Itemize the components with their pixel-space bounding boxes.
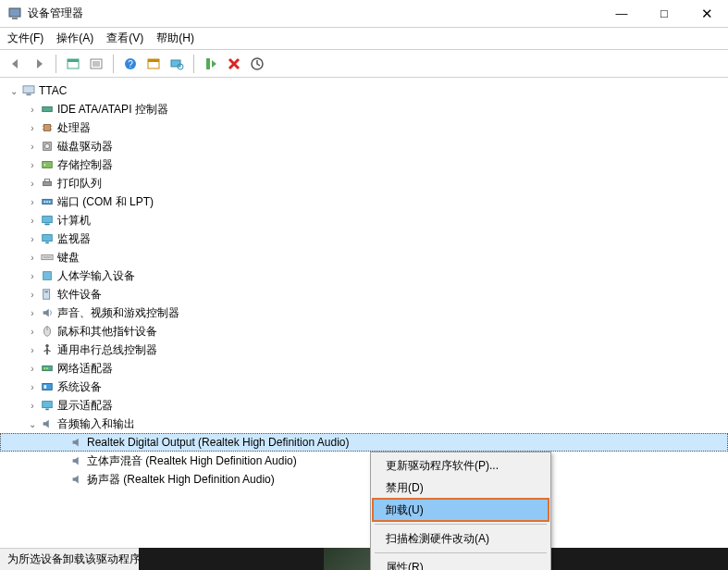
scan-hardware-button[interactable] [167,54,187,74]
window-controls: — □ ✕ [600,0,728,27]
window-title: 设备管理器 [28,6,600,21]
category-node[interactable]: ›监视器 [0,229,728,248]
svg-rect-34 [43,217,53,223]
svg-rect-3 [68,59,79,62]
svg-rect-28 [43,181,52,185]
close-button[interactable]: ✕ [685,0,728,27]
ctx-separator [375,524,547,525]
category-node[interactable]: ›磁盘驱动器 [0,137,728,155]
expander-icon[interactable]: ⌄ [26,419,39,429]
category-node[interactable]: ›鼠标和其他指针设备 [0,322,728,341]
toolbar: ? [0,50,728,78]
device-label: 立体声混音 (Realtek High Definition Audio) [87,453,297,469]
category-node[interactable]: ›处理器 [0,118,728,137]
ctx-properties[interactable]: 属性(R) [373,556,549,570]
category-node[interactable]: ›端口 (COM 和 LPT) [0,192,728,211]
menu-file[interactable]: 文件(F) [7,31,43,46]
expander-icon[interactable]: › [26,382,39,392]
cpu-icon [39,121,56,134]
ctx-scan-hardware[interactable]: 扫描检测硬件改动(A) [373,527,549,550]
expander-icon[interactable]: › [26,142,39,152]
expander-icon[interactable]: › [26,234,39,244]
ctx-disable[interactable]: 禁用(D) [373,477,549,499]
expander-icon[interactable]: › [26,216,39,226]
device-tree[interactable]: ⌄ TTAC ›IDE ATA/ATAPI 控制器›处理器›磁盘驱动器›存储控制… [0,78,728,544]
category-label: IDE ATA/ATAPI 控制器 [57,102,168,118]
enable-button[interactable] [201,54,221,74]
svg-point-33 [49,201,51,203]
svg-rect-35 [44,224,49,226]
device-node[interactable]: Realtek Digital Output (Realtek High Def… [0,433,728,452]
ctx-update-driver[interactable]: 更新驱动程序软件(P)... [373,454,549,477]
expander-icon[interactable]: › [26,308,39,318]
category-label: 显示适配器 [57,398,113,414]
category-label: 鼠标和其他指针设备 [57,324,157,340]
category-label: 监视器 [57,231,91,247]
svg-rect-54 [43,402,53,408]
mouse-icon [39,325,56,338]
expander-icon[interactable]: › [26,160,39,170]
speaker-icon [68,454,85,467]
category-label: 端口 (COM 和 LPT) [57,194,154,210]
expander-icon[interactable]: › [26,271,39,281]
hid-icon [39,269,56,282]
uninstall-button[interactable] [224,54,244,74]
help-button[interactable]: ? [120,54,141,74]
device-node[interactable]: 立体声混音 (Realtek High Definition Audio) [0,452,728,470]
ctx-uninstall[interactable]: 卸载(U) [373,499,549,521]
computer-icon [20,85,37,96]
category-audio[interactable]: ⌄ 音频输入和输出 [0,415,728,433]
update-driver-button[interactable] [247,54,267,74]
expander-icon[interactable]: ⌄ [7,86,20,96]
back-button[interactable] [6,54,26,74]
show-hide-button[interactable] [63,54,83,74]
device-label: Realtek Digital Output (Realtek High Def… [87,436,349,449]
category-node[interactable]: ›计算机 [0,211,728,229]
expander-icon[interactable]: › [26,105,39,115]
category-node[interactable]: ›通用串行总线控制器 [0,341,728,359]
toolbar-separator [193,55,194,73]
category-node[interactable]: ›打印队列 [0,174,728,192]
speaker-icon [68,436,85,449]
category-node[interactable]: ›人体学输入设备 [0,266,728,285]
expander-icon[interactable]: › [26,123,39,133]
maximize-button[interactable]: □ [643,0,685,27]
category-node[interactable]: ›声音、视频和游戏控制器 [0,304,728,322]
category-label: 键盘 [57,250,80,266]
svg-rect-52 [43,384,53,390]
menu-help[interactable]: 帮助(H) [156,31,194,46]
category-label: 存储控制器 [57,157,113,173]
svg-text:?: ? [128,59,133,69]
expander-icon[interactable]: › [26,364,39,374]
menu-view[interactable]: 查看(V) [106,31,143,46]
root-node[interactable]: ⌄ TTAC [0,81,728,100]
sound-icon [39,306,56,319]
port-icon [39,195,56,208]
category-node[interactable]: ›网络适配器 [0,359,728,378]
category-node[interactable]: ›软件设备 [0,285,728,304]
svg-point-25 [44,143,49,148]
menu-action[interactable]: 操作(A) [56,31,93,46]
category-node[interactable]: ›系统设备 [0,378,728,396]
svg-rect-26 [43,162,53,168]
expander-icon[interactable]: › [26,327,39,337]
expander-icon[interactable]: › [26,401,39,411]
expander-icon[interactable]: › [26,179,39,189]
expander-icon[interactable]: › [26,345,39,355]
category-label: 通用串行总线控制器 [57,342,157,358]
network-icon [39,362,56,375]
action-button[interactable] [143,54,164,74]
category-node[interactable]: ›键盘 [0,248,728,266]
device-node[interactable]: 扬声器 (Realtek High Definition Audio) [0,470,728,489]
category-label: 声音、视频和游戏控制器 [57,305,179,321]
expander-icon[interactable]: › [26,290,39,300]
category-node[interactable]: ›显示适配器 [0,396,728,415]
svg-point-32 [46,201,48,203]
expander-icon[interactable]: › [26,197,39,207]
forward-button[interactable] [29,54,49,74]
category-node[interactable]: ›IDE ATA/ATAPI 控制器 [0,100,728,118]
category-node[interactable]: ›存储控制器 [0,155,728,174]
minimize-button[interactable]: — [600,0,643,27]
properties-button[interactable] [86,54,106,74]
expander-icon[interactable]: › [26,253,39,263]
